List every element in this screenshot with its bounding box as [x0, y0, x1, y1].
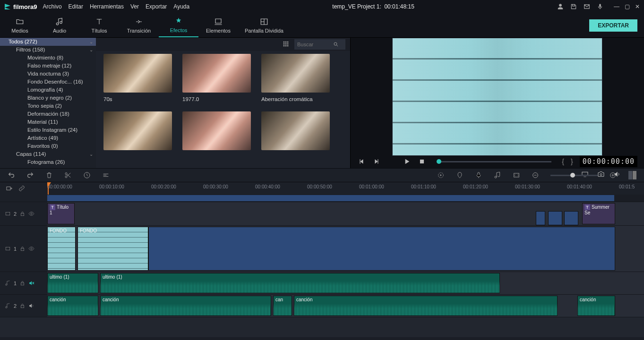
timeline-clip[interactable] [536, 211, 545, 225]
mute-icon[interactable] [28, 280, 34, 286]
timeline-clip[interactable]: ultimo (1) [100, 273, 500, 293]
sidebar-item[interactable]: Blanco y negro (2) [0, 94, 96, 102]
tab-efectos[interactable]: Efectos [159, 13, 198, 37]
add-track-button[interactable] [6, 185, 13, 192]
fit-button[interactable] [513, 171, 520, 179]
effect-thumb[interactable] [103, 111, 172, 154]
lock-icon[interactable] [19, 280, 26, 286]
menu-exportar[interactable]: Exportar [146, 3, 167, 10]
effect-thumb[interactable] [261, 111, 330, 154]
tab-pantalla-dividida[interactable]: Pantalla Dividida [238, 13, 290, 37]
render-button[interactable] [437, 171, 445, 179]
account-icon[interactable] [557, 3, 564, 10]
sidebar-item[interactable]: Movimiento (8) [0, 54, 96, 62]
sidebar-item[interactable]: Lomografía (4) [0, 86, 96, 94]
record-vo-button[interactable] [475, 171, 482, 179]
menu-ayuda[interactable]: Ayuda [173, 3, 189, 10]
search-input[interactable] [297, 42, 330, 47]
timeline-clip[interactable]: FONDO [77, 227, 148, 271]
effect-thumb[interactable]: 1977.0 [182, 54, 251, 102]
track-head[interactable]: 2 [0, 202, 47, 225]
track-lane[interactable]: FONDOFONDO [47, 226, 644, 272]
tab-titulos[interactable]: Títulos [79, 13, 119, 37]
effect-thumb[interactable] [182, 111, 251, 154]
timeline-clip[interactable] [148, 227, 615, 271]
track-head[interactable]: 2 [0, 295, 47, 317]
menu-herramientas[interactable]: Herramientas [90, 3, 124, 10]
timeline-ruler[interactable]: 00:00:00:0000:00:10:0000:00:20:0000:00:3… [47, 182, 644, 195]
eye-icon[interactable] [28, 246, 34, 252]
sidebar-item[interactable]: Filtros (158)⌄ [0, 46, 96, 54]
redo-button[interactable] [26, 171, 34, 179]
menu-archivo[interactable]: Archivo [43, 3, 62, 10]
sidebar-item[interactable]: Vida nocturna (3) [0, 70, 96, 78]
lock-icon[interactable] [19, 303, 26, 309]
mark-in-button[interactable]: { [562, 158, 564, 165]
sidebar-item[interactable]: Tono sepia (2) [0, 102, 96, 110]
sidebar-item[interactable]: Fotograma (26) [0, 158, 96, 166]
eye-icon[interactable] [28, 211, 34, 217]
timeline-clip[interactable] [548, 211, 562, 225]
zoom-out-button[interactable] [532, 171, 539, 179]
sidebar-item[interactable]: Favoritos (0) [0, 142, 96, 150]
close-button[interactable]: ✕ [635, 3, 640, 10]
mail-icon[interactable] [584, 3, 590, 10]
minimize-button[interactable]: — [614, 3, 619, 10]
sidebar-item[interactable]: Capas (114)⌄ [0, 150, 96, 158]
timeline-clip[interactable]: canción [294, 296, 558, 316]
timeline-clip[interactable]: ultimo (1) [47, 273, 98, 293]
crop-button[interactable] [102, 171, 110, 179]
tab-elementos[interactable]: Elementos [198, 13, 238, 37]
sidebar-item[interactable]: Deformación (18) [0, 110, 96, 118]
search-icon[interactable] [333, 42, 339, 47]
grid-view-icon[interactable] [282, 40, 290, 49]
split-button[interactable] [64, 171, 72, 179]
lock-icon[interactable] [19, 246, 26, 252]
speaker-icon[interactable] [28, 303, 34, 309]
overview-lane[interactable] [47, 195, 644, 202]
sidebar-item[interactable]: Fondo Desenfoc... (16) [0, 78, 96, 86]
menu-ver[interactable]: Ver [130, 3, 139, 10]
next-frame-button[interactable] [372, 157, 381, 166]
marker-button[interactable] [456, 171, 464, 179]
timeline-clip[interactable]: FONDO [47, 227, 76, 271]
track-head[interactable]: 1 [0, 226, 47, 272]
stop-button[interactable] [418, 157, 426, 166]
mic-icon[interactable] [597, 3, 603, 10]
track-head[interactable]: 1 [0, 272, 47, 294]
sidebar-item[interactable]: Material (11) [0, 118, 96, 126]
export-button[interactable]: EXPORTAR [589, 19, 637, 32]
tab-audio[interactable]: Audio [40, 13, 79, 37]
effect-thumb[interactable]: 70s [103, 54, 172, 102]
sidebar-item[interactable]: Falso metraje (12) [0, 62, 96, 70]
prev-frame-button[interactable] [357, 157, 366, 166]
timeline-clip[interactable] [564, 211, 578, 225]
track-size-toggle[interactable] [628, 171, 636, 179]
track-lane[interactable]: TTítulo 1TSummer Se [47, 202, 644, 225]
tab-transicion[interactable]: Transición [119, 13, 159, 37]
playhead[interactable] [48, 182, 49, 195]
effect-thumb[interactable]: Aberración cromática [261, 54, 330, 102]
timeline-clip[interactable]: canción [100, 296, 271, 316]
sidebar-item[interactable]: Estilo Instagram (24) [0, 126, 96, 134]
zoom-in-button[interactable] [609, 171, 617, 179]
mixer-button[interactable] [494, 171, 501, 179]
menu-editar[interactable]: Editar [69, 3, 83, 10]
undo-button[interactable] [8, 171, 15, 179]
zoom-slider[interactable] [550, 175, 598, 176]
delete-button[interactable] [45, 171, 53, 179]
timeline-clip[interactable]: canción [47, 296, 98, 316]
snapshot-icon[interactable] [597, 170, 605, 178]
sidebar-item[interactable]: Artístico (49) [0, 134, 96, 142]
mark-out-button[interactable]: } [571, 158, 573, 165]
tab-medios[interactable]: Medios [0, 13, 40, 37]
search-box[interactable] [294, 39, 345, 50]
sidebar-item[interactable]: Todos (272)⌄ [0, 38, 96, 46]
preview-canvas[interactable] [351, 38, 644, 156]
timeline-clip[interactable]: canción [577, 296, 615, 316]
timeline-clip[interactable]: TTítulo 1 [47, 203, 75, 224]
maximize-button[interactable]: ▢ [624, 3, 630, 10]
timeline-clip[interactable]: TSummer Se [582, 203, 615, 224]
preview-scrubber[interactable] [437, 161, 551, 162]
play-button[interactable] [403, 157, 411, 166]
